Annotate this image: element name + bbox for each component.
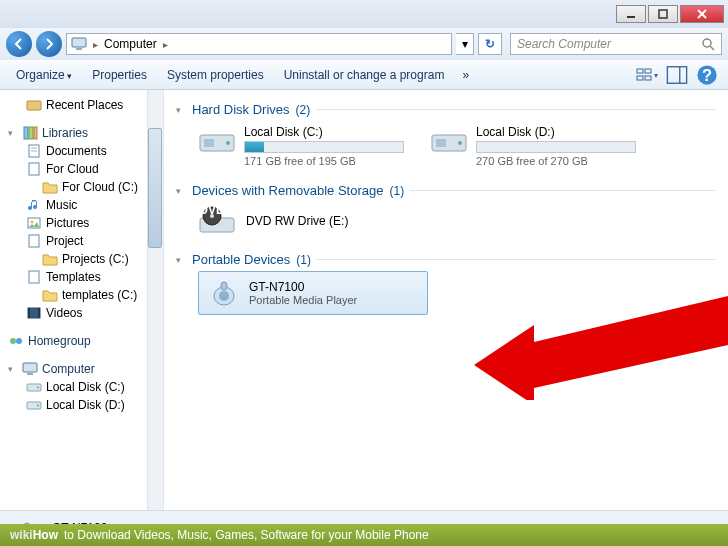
svg-rect-34 [27, 373, 33, 375]
collapse-icon: ▾ [176, 255, 186, 265]
search-input[interactable]: Search Computer [510, 33, 722, 55]
svg-point-6 [703, 39, 711, 47]
media-player-icon [209, 278, 239, 308]
svg-rect-19 [34, 127, 37, 139]
forward-button[interactable] [36, 31, 62, 57]
toolbar-overflow[interactable]: » [456, 68, 475, 82]
annotation-arrow [474, 270, 728, 400]
tree-projects-c[interactable]: Projects (C:) [8, 250, 163, 268]
section-hdd[interactable]: ▾ Hard Disk Drives (2) [176, 98, 716, 121]
drive-local-c[interactable]: Local Disk (C:) 171 GB free of 195 GB [198, 125, 404, 167]
tree-music[interactable]: Music [8, 196, 163, 214]
tree-computer[interactable]: ▾Computer [8, 360, 163, 378]
section-divider [316, 109, 716, 110]
folder-icon [42, 180, 58, 194]
svg-rect-30 [38, 308, 40, 318]
command-toolbar: Organize Properties System properties Un… [0, 60, 728, 90]
tree-homegroup[interactable]: Homegroup [8, 332, 163, 350]
storage-bar [244, 141, 404, 153]
drive-icon [26, 398, 42, 412]
folder-icon [26, 270, 42, 284]
drive-local-d[interactable]: Local Disk (D:) 270 GB free of 270 GB [430, 125, 636, 167]
section-portable[interactable]: ▾ Portable Devices (1) [176, 248, 716, 271]
collapse-icon: ▾ [8, 364, 18, 374]
address-bar[interactable]: ▸ Computer ▸ [66, 33, 452, 55]
minimize-button[interactable] [616, 5, 646, 23]
svg-point-32 [16, 338, 22, 344]
libraries-icon [22, 126, 38, 140]
device-dvd[interactable]: DVD DVD RW Drive (E:) [176, 202, 716, 246]
svg-point-31 [10, 338, 16, 344]
svg-rect-29 [28, 308, 30, 318]
tree-templates[interactable]: Templates [8, 268, 163, 286]
breadcrumb-computer[interactable]: Computer [104, 37, 157, 51]
tree-documents[interactable]: Documents [8, 142, 163, 160]
section-removable[interactable]: ▾ Devices with Removable Storage (1) [176, 179, 716, 202]
breadcrumb-sep: ▸ [93, 39, 98, 50]
svg-point-41 [226, 141, 230, 145]
caption-text: to Download Videos, Music, Games, Softwa… [64, 528, 429, 542]
view-options-button[interactable]: ▾ [636, 64, 658, 86]
tree-videos[interactable]: Videos [8, 304, 163, 322]
tree-libraries[interactable]: ▾Libraries [8, 124, 163, 142]
tree-local-disk-c[interactable]: Local Disk (C:) [8, 378, 163, 396]
tree-for-cloud[interactable]: For Cloud [8, 160, 163, 178]
hdd-icon [430, 125, 468, 155]
videos-icon [26, 306, 42, 320]
svg-rect-4 [72, 38, 86, 47]
tree-local-disk-d[interactable]: Local Disk (D:) [8, 396, 163, 414]
music-icon [26, 198, 42, 212]
sidebar-scrollbar[interactable] [147, 90, 163, 510]
dvd-drive-icon: DVD [198, 206, 236, 236]
svg-point-36 [37, 387, 39, 389]
help-button[interactable]: ? [696, 64, 718, 86]
tree-recent-places[interactable]: Recent Places [8, 96, 163, 114]
search-icon [701, 37, 715, 51]
navigation-bar: ▸ Computer ▸ ▾ ↻ Search Computer [0, 28, 728, 60]
svg-rect-43 [436, 139, 446, 147]
documents-icon [26, 144, 42, 158]
organize-button[interactable]: Organize [8, 64, 80, 86]
collapse-icon: ▾ [176, 186, 186, 196]
svg-rect-33 [23, 363, 37, 372]
svg-marker-52 [474, 278, 728, 400]
computer-icon [22, 362, 38, 376]
svg-text:DVD: DVD [199, 206, 225, 217]
wikihow-logo: wikiHow [10, 528, 58, 542]
svg-point-38 [37, 405, 39, 407]
folder-icon [26, 162, 42, 176]
homegroup-icon [8, 334, 24, 348]
pictures-icon [26, 216, 42, 230]
system-properties-button[interactable]: System properties [159, 64, 272, 86]
properties-button[interactable]: Properties [84, 64, 155, 86]
section-divider [317, 259, 716, 260]
address-dropdown[interactable]: ▾ [456, 33, 474, 55]
svg-rect-5 [76, 48, 82, 50]
svg-line-7 [710, 46, 714, 50]
drive-icon [26, 380, 42, 394]
svg-rect-40 [204, 139, 214, 147]
tree-for-cloud-c[interactable]: For Cloud (C:) [8, 178, 163, 196]
tree-templates-c[interactable]: templates (C:) [8, 286, 163, 304]
scrollbar-thumb[interactable] [148, 128, 162, 248]
close-button[interactable] [680, 5, 724, 23]
folder-icon [26, 234, 42, 248]
storage-bar [476, 141, 636, 153]
svg-rect-9 [645, 69, 651, 73]
svg-point-25 [31, 221, 34, 224]
tree-pictures[interactable]: Pictures [8, 214, 163, 232]
uninstall-button[interactable]: Uninstall or change a program [276, 64, 453, 86]
preview-pane-button[interactable] [666, 64, 688, 86]
wikihow-caption: wikiHow to Download Videos, Music, Games… [0, 524, 728, 546]
maximize-button[interactable] [648, 5, 678, 23]
search-placeholder: Search Computer [517, 37, 701, 51]
back-button[interactable] [6, 31, 32, 57]
collapse-icon: ▾ [8, 128, 18, 138]
svg-point-44 [458, 141, 462, 145]
portable-device-gt-n7100[interactable]: GT-N7100 Portable Media Player [198, 271, 428, 315]
tree-project[interactable]: Project [8, 232, 163, 250]
folder-icon [42, 288, 58, 302]
computer-icon [71, 37, 87, 51]
svg-rect-16 [27, 101, 41, 110]
refresh-button[interactable]: ↻ [478, 33, 502, 55]
